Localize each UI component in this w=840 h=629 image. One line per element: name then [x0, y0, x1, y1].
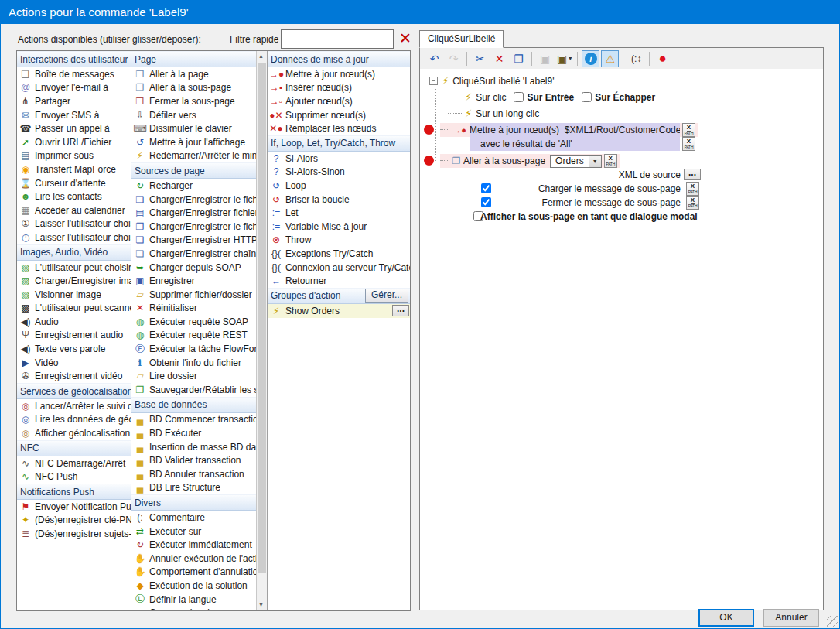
collapse-icon[interactable]: − [429, 77, 438, 85]
warning-toggle-icon[interactable]: ⚠ [601, 50, 619, 67]
on-escape-checkbox[interactable] [582, 92, 592, 102]
column-scrollbar[interactable]: ▲▼ [256, 51, 268, 610]
action-item[interactable]: ⚑Envoyer Notification Pus [17, 500, 131, 514]
action-item[interactable]: ☎Passer un appel à [17, 121, 131, 135]
action-item[interactable]: ⚡Show Orders... [268, 304, 411, 318]
action-item[interactable]: ✦(Dés)enregistrer clé-PN e [17, 514, 131, 528]
action-item[interactable]: ↺Mettre à jour l'affichage [131, 135, 256, 149]
action-item[interactable]: ✕●Remplacer les nœuds [268, 121, 411, 135]
action-item[interactable]: ▤Charger/Enregistrer fichier l [131, 206, 256, 220]
subpage-select[interactable]: Orders ▼ [550, 155, 602, 168]
action-item[interactable]: ▤Imprimer sous [17, 149, 131, 163]
action-item[interactable]: {}(Connexion au serveur Try/Catch [268, 261, 411, 275]
xpath-button[interactable]: XPATH [682, 123, 695, 137]
action-item[interactable]: ◆Exécution de la solution [131, 579, 256, 593]
action-item[interactable]: ▶Vidéo [17, 356, 131, 370]
action-item[interactable]: ✉Envoyer SMS à [17, 108, 131, 122]
action-item[interactable]: (:Commentaire [131, 511, 256, 525]
action-item[interactable]: ◀)Audio [17, 315, 131, 329]
action-item[interactable]: ◍Exécuter requête SOAP [131, 315, 256, 329]
action-item[interactable]: {}(Exceptions Try/Catch [268, 247, 411, 261]
delete-icon[interactable]: ✕ [490, 50, 508, 67]
action-group-edit-button[interactable]: ... [392, 305, 409, 316]
action-item[interactable]: ◎Lancer/Arrêter le suivi de [17, 399, 131, 413]
action-item[interactable]: ◀)Texte vers parole [17, 342, 131, 356]
action-item[interactable]: ✋Comportement d'annulatio [131, 566, 256, 579]
paste-special-icon[interactable]: ▣▾ [555, 50, 573, 67]
action-item[interactable]: ▩L'utilisateur peut scanne [17, 302, 131, 316]
event-row-click[interactable]: ⚡ Sur clic Sur Entrée Sur Échapper [448, 89, 823, 105]
action-item[interactable]: ▦Accéder au calendrier [17, 203, 131, 217]
action-item[interactable]: ⇩Défiler vers [131, 108, 256, 122]
action-item[interactable]: ▧L'utilisateur peut choisir [17, 261, 131, 275]
manage-action-groups-button[interactable]: Gérer... [365, 289, 408, 303]
clear-filter-icon[interactable]: ✕ [397, 30, 414, 47]
cut-icon[interactable]: ✂ [471, 50, 489, 67]
action-item[interactable]: ▨Charger/Enregistrer imag [17, 274, 131, 288]
action-item[interactable]: ▄BD Valider transaction [131, 453, 256, 467]
event-row-long-click[interactable]: ⚡ Sur un long clic [448, 105, 823, 121]
action-item[interactable]: ℹObtenir l'info du fichier [131, 356, 256, 370]
xpath-button[interactable]: XPATH [686, 196, 699, 210]
redo-icon[interactable]: ↷ [445, 50, 463, 67]
action-item[interactable]: ⓁDéfinir la langue [131, 593, 256, 607]
action-item[interactable]: ▱Lire dossier [131, 369, 256, 383]
action-item[interactable]: ∿NFC Push [17, 470, 131, 484]
load-subpage-checkbox[interactable] [481, 183, 491, 193]
breakpoint-icon[interactable]: ● [654, 50, 671, 67]
tab-cliquesurlibelle[interactable]: CliquéSurLibellé [419, 30, 504, 48]
action-item[interactable]: ☻Lire les contacts [17, 190, 131, 203]
tree-root-node[interactable]: − ⚡ CliquéSurLibellé 'Label9' [429, 73, 823, 89]
action-item[interactable]: ▄Insertion de masse BD dans [131, 440, 256, 454]
action-item[interactable]: ❏Charger/Enregistrer le fichie [131, 193, 256, 207]
cancel-button[interactable]: Annuler [763, 609, 819, 627]
undo-icon[interactable]: ↶ [425, 50, 443, 67]
action-item[interactable]: →▪Insérer nœud(s) [268, 81, 411, 95]
close-subpage-checkbox[interactable] [481, 197, 491, 207]
action-item[interactable]: ①Laisser l'utilisateur chois [17, 217, 131, 231]
action-item[interactable]: ▭Commandes de mesure [131, 606, 256, 610]
action-item[interactable]: →▫Ajouter nœud(s) [268, 94, 411, 108]
action-item[interactable]: ▄DB Lire Structure [131, 481, 256, 495]
action-item[interactable]: ◎Lire les données de géo [17, 413, 131, 427]
action-item[interactable]: ✋Annuler exécution de l'actio [131, 552, 256, 566]
action-item[interactable]: ⊗Throw [268, 234, 411, 248]
action-item[interactable]: ❒Fermer la sous-page [131, 94, 256, 108]
action-item[interactable]: ✇Enregistrement vidéo [17, 369, 131, 383]
action-item[interactable]: ➥Charger depuis SOAP [131, 261, 256, 275]
action-item[interactable]: →●Mettre à jour nœud(s) [268, 67, 411, 81]
action-item[interactable]: ◷Laisser l'utilisateur chois [17, 231, 131, 244]
xpath-button[interactable]: XPATH [686, 182, 699, 196]
action-item[interactable]: @Envoyer l'e-mail à [17, 81, 131, 95]
action-item[interactable]: ❐Sauvegarder/Rétablir les so [131, 383, 256, 397]
action-item[interactable]: ⌛Curseur d'attente [17, 176, 131, 190]
info-toggle-icon[interactable]: i [582, 50, 599, 67]
action-item[interactable]: ?Si-Alors-Sinon [268, 166, 411, 179]
action-item[interactable]: ❐Aller à la page [131, 67, 256, 81]
scrollbar-thumb[interactable] [258, 63, 266, 573]
action-item[interactable]: ➚Ouvrir URL/Fichier [17, 135, 131, 149]
action-item[interactable]: ▄BD Commencer transaction [131, 413, 256, 427]
action-item[interactable]: ❏Charger/Enregistrer chaîne [131, 247, 256, 261]
action-item[interactable]: ⌨Dissimuler le clavier [131, 121, 256, 135]
update-nodes-action[interactable]: →● Mettre à jour nœud(s) $XML1/Root/Cust… [440, 123, 698, 151]
action-item[interactable]: ⇄Exécuter sur [131, 525, 256, 538]
resize-grip[interactable] [827, 616, 838, 627]
action-item[interactable]: ▄BD Annuler transaction [131, 467, 256, 481]
action-item[interactable]: ◎Afficher géolocalisation [17, 426, 131, 440]
action-item[interactable]: :=Variable Mise à jour [268, 220, 411, 234]
action-item[interactable]: ↺Loop [268, 179, 411, 193]
action-item[interactable]: ❐Aller à la sous-page [131, 81, 256, 95]
goto-subpage-action[interactable]: ❐ Aller à la sous-page Orders ▼ XPATH [440, 154, 620, 168]
quick-filter-input[interactable] [281, 29, 394, 49]
xpath-button[interactable]: XPATH [604, 154, 617, 168]
action-item[interactable]: ◍Exécuter requête REST [131, 329, 256, 343]
action-item[interactable]: ΨEnregistrement audio [17, 329, 131, 343]
action-item[interactable]: ?Si-Alors [268, 152, 411, 166]
action-item[interactable]: ≣(Dés)enregistrer sujets-P [17, 527, 131, 541]
ok-button[interactable]: OK [698, 609, 754, 627]
action-item[interactable]: ▣Enregistrer [131, 274, 256, 288]
action-item[interactable]: ←Retourner [268, 274, 411, 288]
action-item[interactable]: ▱Supprimer fichier/dossier [131, 288, 256, 302]
action-item[interactable]: ∿NFC Démarrage/Arrêt [17, 456, 131, 470]
